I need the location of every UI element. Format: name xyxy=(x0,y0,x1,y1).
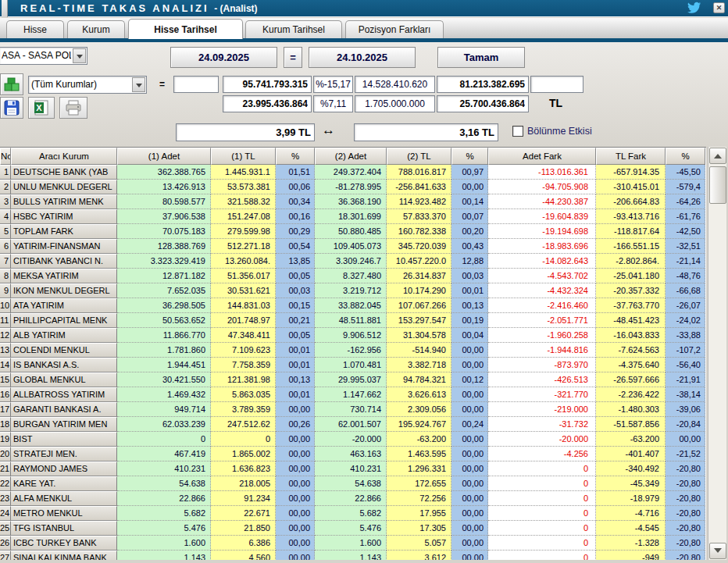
scrollbar-thumb[interactable] xyxy=(709,166,726,204)
broker-select[interactable]: (Tüm Kurumlar) xyxy=(28,76,147,94)
adet-2-input[interactable] xyxy=(355,95,435,112)
adet-1-input[interactable] xyxy=(355,76,435,93)
adet2-cell: 3.309.246.7 xyxy=(315,254,387,269)
tl1-cell: 0 xyxy=(211,432,276,447)
col-header-tl1[interactable]: (1) TL xyxy=(211,148,276,165)
table-row[interactable]: 11PHILLIPCAPITAL MENK50.563.652201.748.9… xyxy=(0,313,705,328)
equals-button[interactable]: = xyxy=(284,47,302,68)
twitter-icon[interactable] xyxy=(687,2,701,14)
table-row[interactable]: 5TOPLAM FARK70.075.183279.599.9800,2950.… xyxy=(0,224,705,239)
tl2-cell: 114.923.482 xyxy=(387,194,451,209)
filter-input[interactable] xyxy=(173,76,219,93)
table-row[interactable]: 4HSBC YATIRIM37.906.538151.247.0800,1618… xyxy=(0,209,705,224)
col-header-adet2[interactable]: (2) Adet xyxy=(315,148,387,165)
tab-kurum[interactable]: Kurum xyxy=(67,20,125,39)
save-button[interactable] xyxy=(0,97,23,119)
pct-fark-cell: -26,07 xyxy=(666,298,705,313)
table-row[interactable]: 25TFG ISTANBUL5.47621.85000,005.47617.30… xyxy=(0,521,705,536)
table-row[interactable]: 27SINAI KALKINMA BANK1.1434.56000,001.14… xyxy=(0,551,705,560)
table-row[interactable]: 19BIST0000,00-20.000-63.20000,00-20.000-… xyxy=(0,432,705,447)
tl2-cell: -514.940 xyxy=(387,343,451,358)
chevron-down-icon[interactable] xyxy=(132,77,145,92)
table-row[interactable]: 12ALB YATIRIM11.866.77047.348.41100,059.… xyxy=(0,328,705,343)
tab-kurum-tarihsel[interactable]: Kurum Tarihsel xyxy=(245,20,342,39)
chevron-down-icon[interactable] xyxy=(73,48,86,63)
col-header-adet1[interactable]: (1) Adet xyxy=(117,148,211,165)
split-effect-checkbox[interactable] xyxy=(512,126,523,137)
table-row[interactable]: 3BULLS YATIRIM MENK80.598.577321.588.320… xyxy=(0,194,705,209)
total-tl-1-input[interactable] xyxy=(223,76,312,93)
table-row[interactable]: 13COLENDI MENKUL1.781.8607.109.62300,01-… xyxy=(0,343,705,358)
price-from-input[interactable] xyxy=(176,123,315,141)
table-row[interactable]: 9IKON MENKUL DEGERL7.652.03530.531.62100… xyxy=(0,283,705,298)
table-row[interactable]: 1DEUTSCHE BANK (YAB362.388.7651.445.931.… xyxy=(0,165,705,180)
tab-hisse[interactable]: Hisse xyxy=(6,20,64,39)
col-header-no[interactable]: No xyxy=(0,148,11,165)
extra-input[interactable] xyxy=(530,76,583,93)
table-row[interactable]: 24METRO MENKUL5.68222.67100,005.68217.95… xyxy=(0,506,705,521)
blocks-button[interactable] xyxy=(0,73,23,95)
adet-fark-cell: -219.000 xyxy=(488,402,596,417)
broker-name-cell: SINAI KALKINMA BANK xyxy=(11,551,117,560)
vertical-scrollbar[interactable] xyxy=(708,147,726,560)
pct-fark-cell: -20,80 xyxy=(666,536,705,551)
pct2-cell: 00,00 xyxy=(451,551,488,560)
tl2-cell: 2.309.056 xyxy=(387,402,451,417)
price-to-input[interactable] xyxy=(354,123,498,141)
close-icon[interactable]: ✕ xyxy=(713,2,725,13)
tl-2-input[interactable] xyxy=(437,95,529,112)
adet2-cell: 5.682 xyxy=(315,506,387,521)
table-row[interactable]: 16ALLBATROSS YATIRIM1.469.4325.863.03500… xyxy=(0,387,705,402)
total-tl-2-input[interactable] xyxy=(223,95,312,112)
tl-fark-cell: -93.413.716 xyxy=(596,209,666,224)
broker-name-cell: COLENDI MENKUL xyxy=(11,343,117,358)
scroll-down-icon[interactable] xyxy=(709,543,726,559)
table-row[interactable]: 14IS BANKASI A.S.1.944.4517.758.35900,01… xyxy=(0,358,705,372)
tl-1-input[interactable] xyxy=(437,76,529,93)
pct-1-input[interactable] xyxy=(313,76,353,93)
table-row[interactable]: 18BURGAN YATIRIM MEN62.033.239247.512.62… xyxy=(0,417,705,432)
tab-hisse-tarihsel[interactable]: Hisse Tarihsel xyxy=(128,19,243,39)
col-header-pct1[interactable]: % xyxy=(276,148,315,165)
col-header-araci-kurum[interactable]: Aracı Kurum xyxy=(11,148,117,165)
pct2-cell: 00,14 xyxy=(451,194,488,209)
table-row[interactable]: 21RAYMOND JAMES410.2311.636.82300,00410.… xyxy=(0,461,705,476)
date-from-button[interactable]: 24.09.2025 xyxy=(170,47,277,68)
adet1-cell: 467.419 xyxy=(117,447,211,461)
pct-2-input[interactable] xyxy=(313,95,353,112)
table-row[interactable]: 17GARANTI BANKASI A.949.7143.789.35900,0… xyxy=(0,402,705,417)
col-header-tl-fark[interactable]: TL Fark xyxy=(596,148,666,165)
ok-button[interactable]: Tamam xyxy=(437,47,525,68)
print-button[interactable] xyxy=(59,97,87,119)
table-row[interactable]: 8MEKSA YATIRIM12.871.18251.356.01700,058… xyxy=(0,269,705,283)
currency-label: TL xyxy=(549,97,562,109)
table-row[interactable]: 26ICBC TURKEY BANK1.6006.38600,001.6005.… xyxy=(0,536,705,551)
table-row[interactable]: 20STRATEJI MEN.467.4191.865.00200,00463.… xyxy=(0,447,705,461)
table-row[interactable]: 7CITIBANK YABANCI N.3.323.329.41913.260.… xyxy=(0,254,705,269)
table-row[interactable]: 10ATA YATIRIM36.298.505144.831.0300,1533… xyxy=(0,298,705,313)
pct-fark-cell: -21,14 xyxy=(666,254,705,269)
date-to-button[interactable]: 24.10.2025 xyxy=(309,47,416,68)
tab-pozisyon-farklari[interactable]: Pozisyon Farkları xyxy=(345,20,444,39)
table-row[interactable]: 23ALFA MENKUL22.86691.23400,0022.86672.2… xyxy=(0,491,705,506)
table-row[interactable]: 2UNLU MENKUL DEGERL13.426.91353.573.3810… xyxy=(0,180,705,194)
tl1-cell: 3.789.359 xyxy=(211,402,276,417)
col-header-tl2[interactable]: (2) TL xyxy=(387,148,451,165)
table-row[interactable]: 6YATIRIM-FINANSMAN128.388.769512.271.180… xyxy=(0,239,705,254)
col-header-pct2[interactable]: % xyxy=(451,148,488,165)
pct2-cell: 00,07 xyxy=(451,209,488,224)
row-no-cell: 24 xyxy=(0,506,11,521)
green-cubes-icon xyxy=(3,76,20,93)
table-row[interactable]: 15GLOBAL MENKUL30.421.550121.381.9800,13… xyxy=(0,372,705,387)
window-title-main: REAL-TIME TAKAS ANALIZI xyxy=(20,2,209,14)
scroll-up-icon[interactable] xyxy=(709,148,726,164)
adet2-cell: 1.143 xyxy=(315,551,387,560)
stock-select[interactable]: ASA - SASA POLYESTER S xyxy=(0,47,87,65)
excel-export-button[interactable]: X xyxy=(28,97,55,119)
adet-fark-cell: -1.944.816 xyxy=(488,343,596,358)
adet1-cell: 54.638 xyxy=(117,476,211,491)
col-header-adet-fark[interactable]: Adet Fark xyxy=(488,148,596,165)
data-grid: No Aracı Kurum (1) Adet (1) TL % (2) Ade… xyxy=(0,147,706,560)
table-row[interactable]: 22KARE YAT.54.638218.00500,0054.638172.6… xyxy=(0,476,705,491)
col-header-pct-fark[interactable]: % xyxy=(666,148,705,165)
